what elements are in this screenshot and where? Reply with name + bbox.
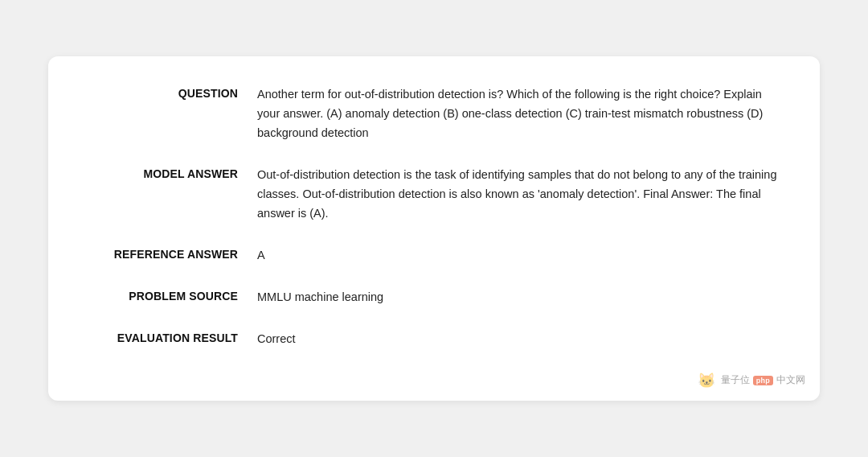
problem-source-value: MMLU machine learning xyxy=(257,288,788,307)
question-label: QUESTION xyxy=(80,85,257,100)
evaluation-result-value: Correct xyxy=(257,330,788,349)
question-value: Another term for out-of-distribution det… xyxy=(257,85,788,143)
model-answer-row: MODEL ANSWER Out-of-distribution detecti… xyxy=(80,166,788,224)
problem-source-label: PROBLEM SOURCE xyxy=(80,288,257,303)
watermark-suffix: 中文网 xyxy=(776,373,805,387)
reference-answer-row: REFERENCE ANSWER A xyxy=(80,246,788,266)
evaluation-result-label: EVALUATION RESULT xyxy=(80,330,257,344)
model-answer-label: MODEL ANSWER xyxy=(80,166,257,180)
evaluation-result-row: EVALUATION RESULT Correct xyxy=(80,330,788,349)
watermark: 🐱 量子位 php 中文网 xyxy=(695,372,805,389)
reference-answer-value: A xyxy=(257,246,788,266)
watermark-badge: php xyxy=(753,376,773,385)
model-answer-value: Out-of-distribution detection is the tas… xyxy=(257,166,788,224)
reference-answer-label: REFERENCE ANSWER xyxy=(80,246,257,261)
watermark-icon: 🐱 xyxy=(695,372,718,389)
content-card: QUESTION Another term for out-of-distrib… xyxy=(48,56,820,400)
problem-source-row: PROBLEM SOURCE MMLU machine learning xyxy=(80,288,788,307)
question-row: QUESTION Another term for out-of-distrib… xyxy=(80,85,788,143)
watermark-site-name: 量子位 xyxy=(721,373,750,387)
